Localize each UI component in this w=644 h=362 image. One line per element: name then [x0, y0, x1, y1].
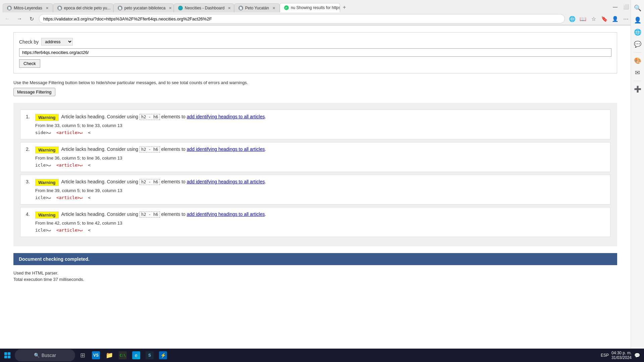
- tab1-close[interactable]: ✕: [46, 6, 49, 10]
- new-tab-button[interactable]: +: [340, 2, 348, 12]
- result-4-code-left: icle>↵: [35, 228, 51, 233]
- sidebar-search-icon[interactable]: 🔍: [632, 3, 643, 13]
- check-by-label: Check by: [19, 39, 39, 45]
- refresh-button[interactable]: ↻: [27, 14, 36, 23]
- svg-rect-2: [4, 356, 7, 358]
- result-3-msg-before: Article lacks heading. Consider using: [61, 179, 139, 184]
- start-button[interactable]: [1, 349, 13, 361]
- tab3-close[interactable]: ✕: [169, 6, 172, 10]
- result-2-msg-after: elements to: [161, 146, 185, 152]
- tab-epoca-chicle[interactable]: 📄 epoca del chicle peto yu... ✕: [53, 3, 113, 12]
- result-1-code-hint: h2 - h6: [140, 114, 160, 120]
- completion-text: Document checking completed.: [19, 256, 90, 262]
- tab5-close[interactable]: ✕: [272, 6, 275, 10]
- check-by-row: Check by address file upload text input: [19, 38, 611, 46]
- filter-section: Use the Message Filtering button below t…: [13, 80, 617, 96]
- result-3-code: icle>↵ <article>↵ <: [35, 195, 605, 200]
- result-3-header: 3. Warning Article lacks heading. Consid…: [26, 179, 605, 186]
- result-4-code-tag: <article>↵: [56, 228, 83, 233]
- result-3-msg-end: .: [265, 179, 266, 184]
- result-3-code-tag: <article>↵: [56, 195, 83, 200]
- tab4-close[interactable]: ✕: [228, 6, 231, 10]
- taskbar-edge-icon[interactable]: e: [130, 349, 142, 361]
- taskbar-explorer-icon[interactable]: 📁: [103, 349, 115, 361]
- address-input[interactable]: [39, 14, 565, 23]
- sidebar-chat-icon[interactable]: 💬: [632, 39, 643, 50]
- taskbar-terminal-icon[interactable]: C:\: [117, 349, 129, 361]
- taskbar-task-view[interactable]: ⊞: [76, 349, 89, 361]
- forward-button[interactable]: →: [15, 14, 24, 23]
- browser-chrome: 📄 Mitos-Leyendas ✕ 📄 epoca del chicle pe…: [0, 0, 644, 25]
- sidebar-add-icon[interactable]: ➕: [632, 84, 643, 95]
- favorites-icon[interactable]: ☆: [589, 14, 598, 23]
- svg-rect-1: [8, 352, 10, 355]
- result-2-link[interactable]: add identifying headings to all articles: [187, 146, 265, 152]
- result-2-code-left: icle>↵: [35, 163, 51, 168]
- sidebar-profile-icon[interactable]: 👤: [632, 15, 643, 25]
- result-3-message: Article lacks heading. Consider using h2…: [61, 179, 266, 184]
- tab-mitos-leyendas[interactable]: 📄 Mitos-Leyendas ✕: [3, 3, 53, 12]
- tab2-label: epoca del chicle peto yu...: [64, 6, 111, 10]
- result-4-msg-before: Article lacks heading. Consider using: [61, 212, 139, 217]
- result-4-link[interactable]: add identifying headings to all articles: [187, 212, 265, 217]
- result-1-link[interactable]: add identifying headings to all articles: [187, 114, 265, 119]
- tab1-label: Mitos-Leyendas: [14, 6, 42, 10]
- right-sidebar: 🔍 👤 🌐 💬 🎨 ✉ ➕ ⚙: [631, 0, 644, 361]
- result-3-msg-after: elements to: [161, 179, 185, 184]
- result-1-msg-end: .: [265, 114, 266, 119]
- address-bar-row: ← → ↻ 🌐 📖 ☆ 🔖 👤 ⋯ 🌀: [0, 13, 644, 25]
- result-2-code: icle>↵ <article>↵ <: [35, 163, 605, 168]
- result-4-location: From line 42, column 5; to line 42, colu…: [35, 221, 605, 226]
- toolbar-icons: 🌐 📖 ☆ 🔖 👤 ⋯ 🌀: [568, 14, 641, 23]
- result-1-code-left: side>↵: [35, 130, 51, 135]
- more-icon[interactable]: ⋯: [621, 14, 631, 23]
- minimize-button[interactable]: —: [610, 2, 620, 11]
- result-4-warning-badge: Warning: [35, 212, 59, 219]
- sidebar-color-icon[interactable]: 🎨: [632, 55, 643, 66]
- collections-icon[interactable]: 🔖: [600, 14, 609, 23]
- result-2-code-right: <: [88, 163, 91, 168]
- result-4-msg-end: .: [265, 212, 266, 217]
- tab2-favicon: 📄: [57, 6, 62, 10]
- parser-info: Used the HTML parser.: [13, 270, 617, 276]
- result-2-warning-badge: Warning: [35, 146, 59, 154]
- execution-time: Total execution time 37 milliseconds.: [13, 277, 617, 282]
- result-1-msg-after: elements to: [161, 114, 185, 119]
- reader-mode-icon[interactable]: 📖: [578, 14, 588, 23]
- taskbar-search-btn[interactable]: 🔍 Buscar: [15, 349, 75, 361]
- tab3-favicon: 📄: [118, 6, 122, 10]
- translate-icon[interactable]: 🌐: [568, 14, 577, 23]
- tab-peto-biblioteca[interactable]: 📄 peto yucatan biblioteca ✕: [113, 3, 174, 12]
- url-input[interactable]: [19, 48, 611, 57]
- result-4-header: 4. Warning Article lacks heading. Consid…: [26, 212, 605, 219]
- taskbar-vscode-icon[interactable]: VS: [90, 349, 102, 361]
- result-1-code-right: <: [88, 130, 91, 135]
- sidebar-web-icon[interactable]: 🌐: [632, 27, 643, 38]
- tab-peto-yucatan[interactable]: 📄 Peto Yucatán ✕: [234, 3, 280, 12]
- notification-icon[interactable]: 💬: [634, 353, 640, 358]
- taskbar-vscode2-icon[interactable]: ⚡: [157, 349, 169, 361]
- result-1-code: side>↵ <article>↵ <: [35, 130, 605, 135]
- tab4-favicon: 🌐: [178, 6, 183, 10]
- result-3-location: From line 39, column 5; to line 39, colu…: [35, 188, 605, 193]
- sidebar-mail-icon[interactable]: ✉: [632, 67, 643, 78]
- taskbar-right: ESP 04:30 p. m. 31/03/2024 💬: [601, 351, 643, 360]
- main-content: Check by address file upload text input …: [0, 25, 631, 361]
- tab-nu-validator[interactable]: ✔ nu Showing results for https... ✕: [280, 3, 340, 12]
- taskbar-steam-icon[interactable]: S: [144, 349, 156, 361]
- result-3-link[interactable]: add identifying headings to all articles: [187, 179, 265, 184]
- message-filtering-button[interactable]: Message Filtering: [13, 88, 55, 96]
- result-1-warning-badge: Warning: [35, 114, 59, 121]
- windows-logo-icon: [4, 352, 11, 359]
- result-2-message: Article lacks heading. Consider using h2…: [61, 146, 266, 152]
- result-3-code-right: <: [88, 195, 91, 200]
- result-4-message: Article lacks heading. Consider using h2…: [61, 212, 266, 217]
- back-button[interactable]: ←: [3, 14, 12, 23]
- maximize-button[interactable]: ⬜: [621, 2, 631, 11]
- results-section: 1. Warning Article lacks heading. Consid…: [13, 103, 617, 246]
- check-button[interactable]: Check: [19, 59, 40, 68]
- profile-icon[interactable]: 👤: [610, 14, 620, 23]
- tab-neocities[interactable]: 🌐 Neocities - Dashboard ✕: [174, 3, 234, 12]
- clock-date: 31/03/2024: [611, 355, 632, 360]
- check-by-select[interactable]: address file upload text input: [41, 38, 73, 46]
